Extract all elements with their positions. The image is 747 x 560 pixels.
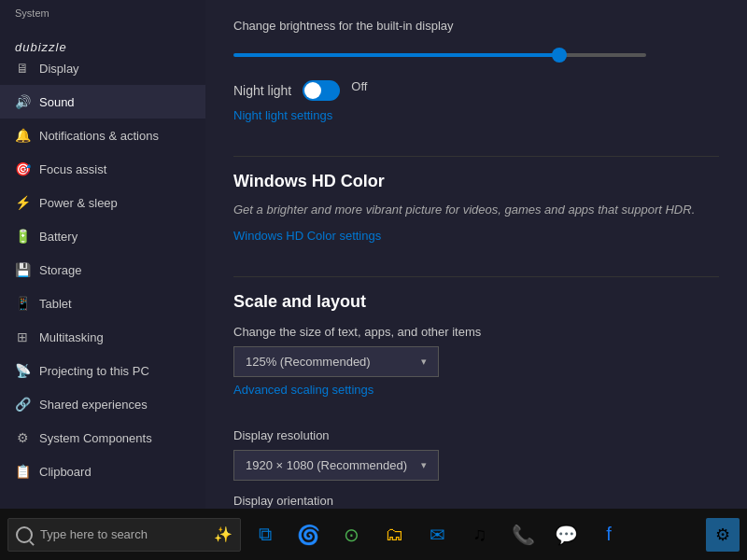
sidebar-item-multitasking[interactable]: ⊞Multitasking — [0, 320, 205, 354]
notifications-icon: 🔔 — [15, 128, 30, 143]
night-light-settings-link[interactable]: Night light settings — [233, 108, 332, 122]
sound-icon: 🔊 — [15, 94, 30, 109]
brightness-section: Change brightness for the built-in displ… — [233, 19, 719, 61]
hd-color-settings-link[interactable]: Windows HD Color settings — [233, 229, 381, 243]
sidebar-label-projecting: Projecting to this PC — [39, 364, 149, 378]
sidebar-label-display: Display — [39, 62, 79, 76]
divider-2 — [233, 276, 719, 277]
night-light-toggle[interactable] — [303, 80, 340, 101]
display-icon: 🖥 — [15, 61, 30, 76]
sidebar-label-notifications: Notifications & actions — [39, 129, 159, 143]
brightness-label: Change brightness for the built-in displ… — [233, 19, 719, 33]
power-icon: ⚡ — [15, 195, 30, 210]
sidebar-label-shared: Shared experiences — [39, 398, 148, 412]
clipboard-icon: 📋 — [15, 464, 30, 479]
sidebar: System dubizzle 🖥Display🔊Sound🔔Notificat… — [0, 0, 205, 509]
toggle-state-label: Off — [351, 79, 367, 93]
sidebar-item-clipboard[interactable]: 📋Clipboard — [0, 455, 205, 488]
taskbar: Type here to search ✨ ⧉🌀⊙🗂✉♫📞💬f ⚙ — [0, 509, 747, 560]
taskbar-icon-whatsapp[interactable]: 📞 — [502, 516, 543, 553]
resolution-label: Display resolution — [233, 428, 719, 442]
hd-color-desc: Get a brighter and more vibrant picture … — [233, 201, 719, 219]
search-icon — [16, 526, 33, 543]
sidebar-item-power[interactable]: ⚡Power & sleep — [0, 186, 205, 219]
sidebar-item-shared[interactable]: 🔗Shared experiences — [0, 387, 205, 421]
taskbar-icon-chrome[interactable]: ⊙ — [331, 516, 372, 553]
scale-layout-section: Scale and layout Change the size of text… — [233, 292, 719, 510]
sidebar-label-focus: Focus assist — [39, 162, 106, 176]
sidebar-item-sound[interactable]: 🔊Sound — [0, 85, 205, 119]
components-icon: ⚙ — [15, 430, 30, 445]
system-label: System — [15, 7, 49, 19]
sidebar-item-storage[interactable]: 💾Storage — [0, 253, 205, 287]
main-content: Change brightness for the built-in displ… — [205, 0, 747, 509]
sidebar-label-battery: Battery — [39, 230, 78, 244]
taskbar-icon-facebook[interactable]: f — [588, 516, 629, 553]
dubizzle-logo: dubizzle — [15, 33, 67, 57]
hd-color-title: Windows HD Color — [233, 172, 719, 191]
taskbar-icon-messenger[interactable]: 💬 — [545, 516, 586, 553]
scale-value: 125% (Recommended) — [246, 355, 371, 369]
divider-1 — [233, 156, 719, 157]
scale-dropdown[interactable]: 125% (Recommended) ▾ — [233, 346, 439, 377]
sidebar-item-notifications[interactable]: 🔔Notifications & actions — [0, 119, 205, 152]
settings-icon[interactable]: ⚙ — [706, 518, 740, 552]
taskbar-icon-task-view[interactable]: ⧉ — [245, 516, 286, 553]
sidebar-label-power: Power & sleep — [39, 196, 118, 210]
sidebar-label-storage: Storage — [39, 263, 82, 277]
scale-layout-title: Scale and layout — [233, 292, 719, 312]
resolution-dropdown[interactable]: 1920 × 1080 (Recommended) ▾ — [233, 450, 439, 481]
toggle-knob — [304, 82, 321, 99]
projecting-icon: 📡 — [15, 363, 30, 378]
taskbar-icon-edge[interactable]: 🌀 — [288, 516, 329, 553]
shared-icon: 🔗 — [15, 397, 30, 412]
tablet-icon: 📱 — [15, 296, 30, 311]
advanced-scaling-link[interactable]: Advanced scaling settings — [233, 383, 374, 397]
hd-color-section: Windows HD Color Get a brighter and more… — [233, 172, 719, 261]
sidebar-label-tablet: Tablet — [39, 297, 72, 311]
taskbar-icon-mail[interactable]: ✉ — [416, 516, 458, 553]
sparkle-icon: ✨ — [214, 525, 233, 543]
sidebar-item-tablet[interactable]: 📱Tablet — [0, 287, 205, 320]
sidebar-label-clipboard: Clipboard — [39, 465, 92, 479]
night-light-row: Night light Off — [233, 79, 719, 101]
scale-sub-label: Change the size of text, apps, and other… — [233, 325, 719, 339]
search-bar[interactable]: Type here to search ✨ — [7, 518, 241, 552]
orientation-label: Display orientation — [233, 494, 719, 508]
sidebar-item-projecting[interactable]: 📡Projecting to this PC — [0, 354, 205, 387]
sidebar-item-focus[interactable]: 🎯Focus assist — [0, 152, 205, 186]
search-placeholder: Type here to search — [40, 527, 206, 541]
sidebar-item-battery[interactable]: 🔋Battery — [0, 219, 205, 253]
resolution-value: 1920 × 1080 (Recommended) — [246, 458, 407, 472]
battery-icon: 🔋 — [15, 229, 30, 244]
sidebar-item-components[interactable]: ⚙System Components — [0, 421, 205, 455]
focus-icon: 🎯 — [15, 161, 30, 176]
storage-icon: 💾 — [15, 262, 30, 277]
sidebar-nav: 🖥Display🔊Sound🔔Notifications & actions🎯F… — [0, 51, 205, 488]
brightness-slider[interactable] — [233, 53, 646, 57]
scale-chevron-icon: ▾ — [421, 356, 427, 368]
taskbar-icon-tiktok[interactable]: ♫ — [459, 516, 500, 553]
sidebar-label-components: System Components — [39, 431, 152, 445]
sidebar-label-sound: Sound — [39, 95, 75, 109]
night-light-label: Night light — [233, 83, 291, 98]
taskbar-icons: ⧉🌀⊙🗂✉♫📞💬f — [245, 516, 706, 553]
sidebar-label-multitasking: Multitasking — [39, 330, 104, 344]
taskbar-icon-files[interactable]: 🗂 — [374, 516, 415, 553]
taskbar-right: ⚙ — [706, 518, 740, 552]
resolution-chevron-icon: ▾ — [421, 459, 427, 471]
multitasking-icon: ⊞ — [15, 329, 30, 344]
